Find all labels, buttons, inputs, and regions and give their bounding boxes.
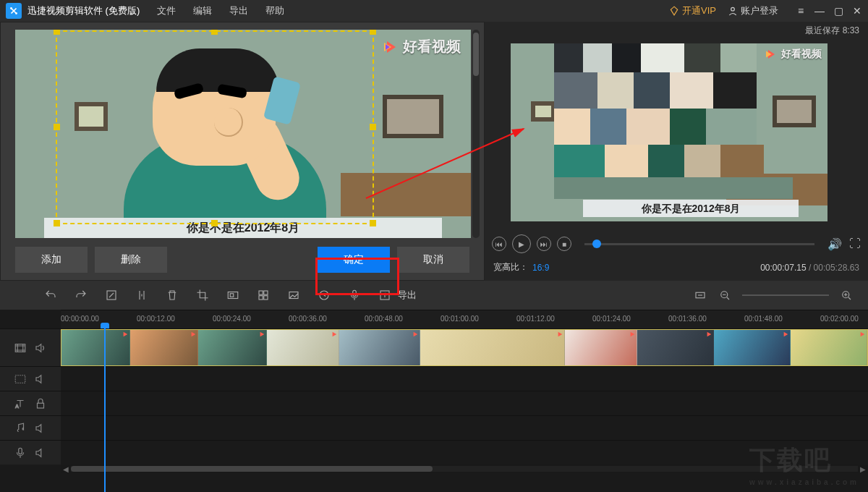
playback-controls: ⏮ ▶ ⏭ ■ 🔊 ⛶: [492, 234, 861, 253]
lock-icon[interactable]: [34, 397, 47, 410]
zoom-in-icon[interactable]: [839, 288, 854, 302]
tick: 00:02:00.00: [820, 315, 859, 323]
diamond-icon: [669, 6, 679, 16]
edit-icon[interactable]: [104, 288, 119, 302]
zoom-out-icon[interactable]: [718, 288, 732, 302]
overlay-track[interactable]: [0, 366, 868, 391]
mosaic-icon[interactable]: [256, 288, 271, 302]
text-track[interactable]: A: [0, 391, 868, 415]
voiceover-icon[interactable]: [347, 288, 362, 302]
export-label[interactable]: 导出: [398, 289, 417, 302]
tick: 00:00:48.00: [365, 315, 403, 323]
add-button[interactable]: 添加: [15, 247, 88, 273]
play-logo-icon: [381, 38, 399, 56]
tick: 00:01:12.00: [516, 315, 555, 323]
source-preview[interactable]: 你是不是在2012年8月 好看视频: [15, 30, 471, 238]
maximize-button[interactable]: ▢: [833, 6, 843, 16]
app-title: 迅捷视频剪辑软件 (免费版): [27, 4, 140, 17]
export-icon[interactable]: [378, 288, 392, 302]
text-track-icon: A: [14, 397, 27, 410]
result-preview: 好看视频 你是不是在2012年8月: [511, 43, 827, 221]
left-scrollbar[interactable]: [472, 30, 480, 238]
speaker-icon[interactable]: [34, 342, 47, 355]
next-frame-button[interactable]: ⏭: [537, 237, 551, 251]
voiceover-track[interactable]: [0, 440, 868, 465]
split-icon[interactable]: [135, 288, 149, 302]
svg-point-2: [731, 7, 735, 11]
scroll-right-icon[interactable]: ▶: [858, 465, 868, 473]
tick: 00:00:00.00: [61, 315, 99, 323]
watermark-label: 好看视频: [781, 48, 822, 61]
tick: 00:00:12.00: [137, 315, 175, 323]
titlebar: 迅捷视频剪辑软件 (免费版) 文件 编辑 导出 帮助 开通VIP 账户登录 ≡ …: [0, 0, 868, 22]
redo-icon[interactable]: [74, 288, 88, 302]
freeze-icon[interactable]: [286, 288, 301, 302]
progress-bar[interactable]: [584, 243, 814, 245]
svg-rect-6: [230, 294, 234, 297]
user-icon: [728, 6, 738, 16]
undo-icon[interactable]: [43, 288, 58, 302]
menu-file[interactable]: 文件: [157, 4, 176, 17]
tick: 00:01:48.00: [744, 315, 783, 323]
login-label: 账户登录: [741, 4, 778, 17]
vip-button[interactable]: 开通VIP: [669, 4, 716, 17]
watermark-label: 好看视频: [403, 37, 461, 56]
delete-button[interactable]: 删除: [95, 247, 167, 273]
aspect-value[interactable]: 16:9: [532, 263, 549, 273]
timeline-ruler[interactable]: 00:00:00.00 00:00:12.00 00:00:24.00 00:0…: [61, 310, 868, 328]
svg-rect-5: [228, 292, 238, 299]
minimize-button[interactable]: —: [814, 6, 825, 16]
menu-export[interactable]: 导出: [229, 4, 248, 17]
volume-icon[interactable]: 🔊: [827, 237, 842, 251]
svg-rect-21: [38, 403, 44, 408]
audio-track[interactable]: [0, 415, 868, 440]
play-logo-icon: [764, 48, 777, 61]
playhead[interactable]: [104, 328, 106, 492]
svg-rect-18: [15, 344, 25, 352]
svg-rect-22: [19, 448, 22, 454]
subtitle-text: 你是不是在2012年8月: [583, 200, 799, 217]
scroll-left-icon[interactable]: ◀: [61, 465, 71, 473]
cancel-button[interactable]: 取消: [397, 247, 469, 273]
menu-help[interactable]: 帮助: [265, 4, 284, 17]
current-time: 00:00:07.15: [760, 263, 806, 273]
speaker-icon[interactable]: [34, 373, 47, 386]
last-saved-label: 最近保存 8:33: [805, 25, 859, 37]
tick: 00:00:36.00: [289, 315, 327, 323]
menu-edit[interactable]: 编辑: [193, 4, 212, 17]
fit-icon[interactable]: [693, 288, 707, 302]
svg-rect-7: [259, 291, 263, 294]
mic-track-icon: [14, 446, 27, 459]
timeline-scrollbar[interactable]: ◀ ▶: [61, 465, 868, 473]
svg-rect-9: [259, 296, 263, 300]
aspect-icon[interactable]: [226, 288, 240, 302]
tick: 00:01:24.00: [592, 315, 631, 323]
duration-icon[interactable]: [317, 288, 331, 302]
speaker-icon[interactable]: [34, 422, 47, 435]
play-button[interactable]: ▶: [512, 234, 531, 253]
hamburger-icon[interactable]: ≡: [796, 6, 806, 16]
svg-point-1: [15, 12, 17, 14]
close-button[interactable]: ✕: [852, 6, 862, 16]
main-menu: 文件 编辑 导出 帮助: [157, 4, 284, 17]
stop-button[interactable]: ■: [557, 237, 571, 251]
music-track-icon: [14, 422, 27, 435]
video-track[interactable]: [0, 328, 868, 366]
fullscreen-icon[interactable]: ⛶: [849, 237, 861, 251]
timeline: A ◀ ▶: [0, 328, 868, 473]
svg-rect-8: [264, 291, 268, 294]
svg-rect-19: [15, 375, 25, 383]
prev-frame-button[interactable]: ⏮: [492, 237, 506, 251]
trash-icon[interactable]: [165, 288, 179, 302]
scrollbar-thumb[interactable]: [71, 466, 433, 472]
progress-handle[interactable]: [592, 239, 601, 248]
login-button[interactable]: 账户登录: [728, 4, 778, 17]
svg-text:A: A: [15, 404, 19, 409]
zoom-slider[interactable]: [742, 294, 829, 296]
crop-icon[interactable]: [195, 288, 210, 302]
speaker-icon[interactable]: [34, 446, 47, 459]
confirm-button[interactable]: 确定: [318, 247, 390, 273]
tick: 00:00:24.00: [213, 315, 251, 323]
video-watermark: 好看视频: [764, 48, 822, 61]
video-clip[interactable]: [61, 329, 868, 366]
